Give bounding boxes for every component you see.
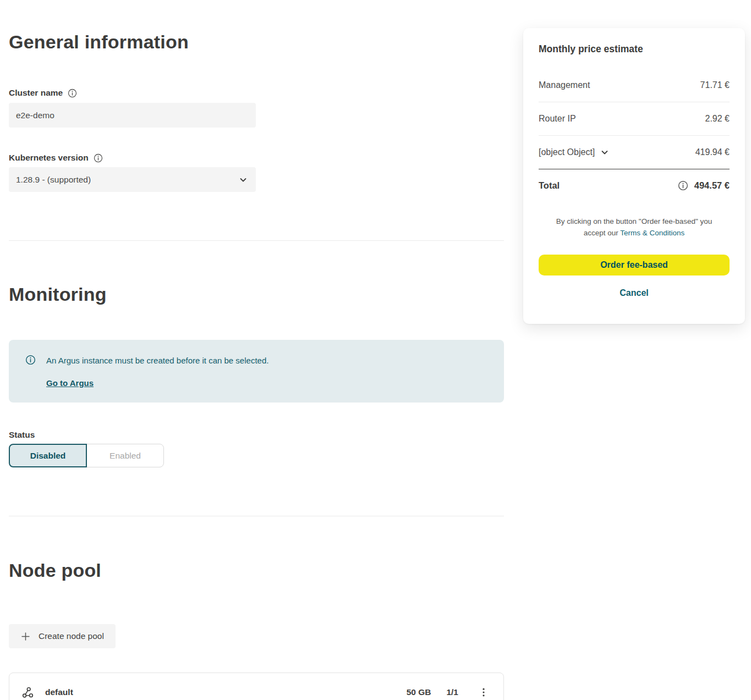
chevron-down-icon [239,175,248,184]
create-node-pool-button[interactable]: Create node pool [9,624,116,648]
node-pool-count: 1/1 [446,687,458,697]
order-fee-based-button[interactable]: Order fee-based [539,255,730,275]
price-row-value: 71.71 € [700,80,730,90]
terms-text: By clicking on the button "Order fee-bas… [549,216,720,239]
price-row-router-ip: Router IP 2.92 € [539,102,730,136]
total-label: Total [539,180,560,191]
price-row-label: [object Object] [539,147,595,157]
info-icon [68,89,77,98]
node-pool-meta: 50 GB 1/1 [407,685,490,700]
kubernetes-version-value: 1.28.9 - (supported) [16,175,91,185]
price-rows: Management 71.71 € Router IP 2.92 € [obj… [539,69,730,169]
kubernetes-version-select[interactable]: 1.28.9 - (supported) [9,167,256,192]
node-pool-storage: 50 GB [407,687,431,697]
main-column: General information Cluster name Kuberne… [9,0,504,700]
node-pool-icon [21,686,34,699]
cluster-name-input[interactable] [9,103,256,128]
info-icon[interactable] [68,89,77,98]
monthly-price-estimate-card: Monthly price estimate Management 71.71 … [523,28,745,324]
info-icon [678,180,688,191]
status-label: Status [9,429,35,440]
section-title-nodepool: Node pool [9,559,504,582]
expand-row-button[interactable] [600,148,609,157]
kubernetes-version-label-row: Kubernetes version [9,152,504,163]
price-card-title: Monthly price estimate [539,42,730,56]
status-option-disabled[interactable]: Disabled [9,444,87,467]
node-pool-name: default [45,687,73,697]
cancel-button[interactable]: Cancel [616,288,651,299]
section-divider [9,516,504,516]
kebab-icon [478,687,489,698]
section-title-general: General information [9,30,504,53]
total-row: Total 494.57 € [539,169,730,201]
info-icon [94,153,103,163]
argus-info-banner: An Argus instance must be created before… [9,340,504,403]
node-pool-row[interactable]: default 50 GB 1/1 [9,673,504,700]
node-pool-menu-button[interactable] [477,685,490,700]
kubernetes-version-label: Kubernetes version [9,152,89,163]
section-divider [9,240,504,241]
chevron-down-icon [600,148,609,157]
price-row-node-pools: [object Object] 419.94 € [539,136,730,169]
price-row-label: Router IP [539,114,576,124]
status-toggle: Disabled Enabled [9,444,164,467]
section-title-monitoring: Monitoring [9,283,504,306]
info-icon[interactable] [94,153,103,163]
total-info-button[interactable] [678,180,688,191]
plus-icon [20,631,31,642]
cluster-name-label: Cluster name [9,87,63,98]
go-to-argus-link[interactable]: Go to Argus [46,378,94,388]
price-row-label: Management [539,80,590,90]
terms-and-conditions-link[interactable]: Terms & Conditions [620,229,684,237]
cluster-create-page: General information Cluster name Kuberne… [0,0,751,700]
price-row-management: Management 71.71 € [539,69,730,102]
info-icon [25,355,36,365]
price-row-label-group: [object Object] [539,147,609,157]
price-row-value: 419.94 € [695,147,730,157]
banner-content: An Argus instance must be created before… [46,355,268,389]
total-value: 494.57 € [694,180,730,191]
banner-message: An Argus instance must be created before… [46,355,268,366]
cluster-name-label-row: Cluster name [9,87,504,98]
create-node-pool-label: Create node pool [39,631,104,641]
status-label-row: Status [9,429,504,440]
total-right: 494.57 € [678,180,730,191]
status-option-enabled[interactable]: Enabled [86,444,164,467]
price-row-value: 2.92 € [705,114,730,124]
